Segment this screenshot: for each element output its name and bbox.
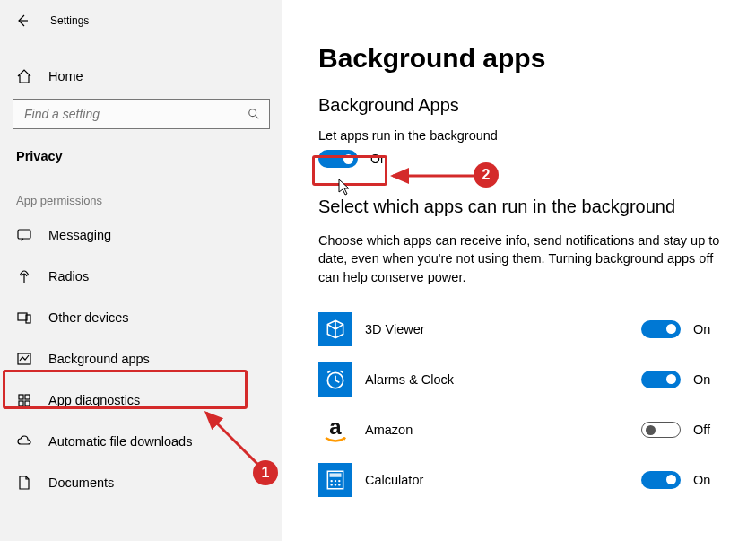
sidebar-item-app-diagnostics[interactable]: App diagnostics (0, 380, 282, 421)
back-icon[interactable] (14, 13, 30, 29)
sidebar-item-label: Automatic file downloads (48, 434, 192, 449)
svg-rect-10 (19, 401, 23, 406)
sidebar-item-radios[interactable]: Radios (0, 256, 282, 297)
app-state-label: On (693, 322, 720, 336)
window-title: Settings (50, 14, 89, 27)
app-toggle-alarms-clock[interactable] (641, 371, 681, 388)
app-name: 3D Viewer (365, 322, 641, 336)
nav-home[interactable]: Home (0, 59, 282, 93)
svg-point-1 (249, 109, 256, 117)
svg-point-20 (330, 480, 332, 482)
sidebar-item-file-downloads[interactable]: Automatic file downloads (0, 421, 282, 462)
search-input-box[interactable] (13, 99, 270, 129)
app-icon-3d-viewer (318, 312, 352, 346)
search-icon (248, 108, 260, 120)
app-icon-amazon: a (318, 413, 352, 447)
app-toggle-amazon[interactable] (641, 422, 681, 438)
sidebar-item-label: App diagnostics (48, 393, 140, 407)
radios-icon (16, 268, 32, 284)
svg-point-24 (335, 484, 336, 485)
page-title: Background apps (318, 43, 720, 74)
svg-line-15 (327, 371, 330, 372)
app-row: Calculator On (318, 455, 720, 505)
svg-rect-11 (25, 401, 30, 406)
sidebar-item-documents[interactable]: Documents (0, 462, 282, 503)
toggle-state-label: On (370, 152, 387, 166)
svg-point-22 (338, 480, 340, 482)
svg-line-16 (340, 371, 343, 372)
background-apps-toggle[interactable] (318, 150, 358, 168)
app-state-label: On (693, 372, 720, 387)
app-row: a Amazon Off (318, 405, 720, 455)
app-icon-alarms-clock (318, 362, 352, 397)
sidebar-item-label: Documents (48, 476, 114, 490)
main-content: Background apps Background Apps Let apps… (282, 0, 756, 541)
category-title: Privacy (0, 129, 282, 170)
svg-rect-9 (25, 395, 30, 399)
cloud-download-icon (16, 433, 32, 449)
svg-point-21 (335, 480, 336, 482)
messaging-icon (16, 227, 32, 243)
app-state-label: On (693, 473, 720, 487)
diagnostics-icon (16, 392, 32, 408)
sidebar-item-messaging[interactable]: Messaging (0, 214, 282, 256)
app-row: 3D Viewer On (318, 304, 720, 354)
document-icon (16, 475, 32, 491)
svg-line-14 (335, 380, 339, 382)
svg-point-23 (330, 484, 332, 485)
sidebar-item-label: Radios (48, 269, 89, 284)
search-input[interactable] (22, 106, 248, 122)
toggle-description: Let apps run in the background (318, 128, 720, 143)
sidebar: Settings Home Privacy App permissions Me… (0, 0, 282, 541)
svg-text:a: a (329, 414, 342, 439)
select-apps-description: Choose which apps can receive info, send… (318, 231, 720, 286)
app-name: Alarms & Clock (365, 372, 641, 387)
svg-rect-8 (19, 395, 23, 399)
section-subtitle: Background Apps (318, 95, 720, 116)
svg-line-2 (256, 116, 259, 119)
app-toggle-3d-viewer[interactable] (641, 320, 681, 338)
home-icon (16, 68, 32, 84)
sidebar-item-other-devices[interactable]: Other devices (0, 297, 282, 338)
svg-rect-3 (18, 230, 30, 239)
section-header: App permissions (0, 170, 282, 214)
sidebar-item-label: Messaging (48, 228, 111, 242)
app-name: Amazon (365, 423, 641, 437)
svg-rect-19 (330, 473, 342, 476)
app-icon-calculator (318, 463, 352, 497)
sidebar-item-label: Other devices (48, 310, 128, 325)
sidebar-item-background-apps[interactable]: Background apps (0, 338, 282, 380)
app-state-label: Off (693, 423, 720, 437)
background-apps-icon (16, 351, 32, 367)
app-toggle-calculator[interactable] (641, 471, 681, 489)
nav-home-label: Home (48, 69, 83, 83)
select-apps-title: Select which apps can run in the backgro… (318, 196, 720, 217)
app-row: Alarms & Clock On (318, 354, 720, 405)
sidebar-item-label: Background apps (48, 352, 150, 366)
svg-point-25 (338, 484, 340, 485)
app-name: Calculator (365, 473, 641, 487)
devices-icon (16, 310, 32, 326)
